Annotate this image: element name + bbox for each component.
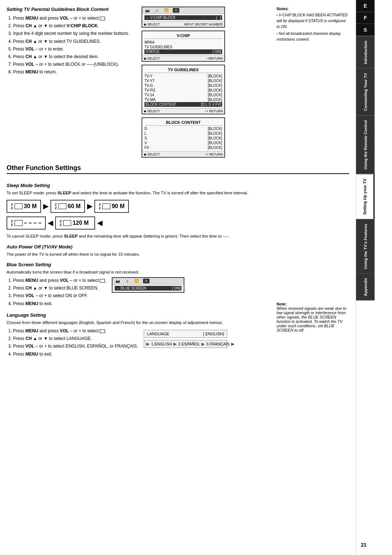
language-row: LANGUAGE [ ENGLISH] bbox=[147, 332, 224, 336]
sidebar-tab-appendix[interactable]: Appendix bbox=[356, 273, 375, 300]
language-screen: LANGUAGE [ ENGLISH] bbox=[144, 330, 227, 338]
sidebar-letter-s[interactable]: S bbox=[356, 24, 375, 36]
select-label-4: ◆ SELECT bbox=[144, 153, 160, 156]
note-2: • Not all broadcasted channels display r… bbox=[277, 31, 349, 42]
lang-step-2: Press CH ▲ or ▼ to select LANGUAGE. bbox=[13, 335, 138, 342]
sleep-120: ZZ 120 M bbox=[55, 216, 95, 230]
sidebar-letter-e[interactable]: E bbox=[356, 0, 375, 12]
screen-body-1: → V-CHIP BLOCK [ ] bbox=[142, 14, 224, 21]
tab-icon-2: ♫ bbox=[154, 8, 160, 13]
v-row: V[BLOCK] bbox=[144, 141, 222, 145]
step-2: Press CH ▲ or ▼ to select V-CHIP BLOCK. bbox=[13, 23, 134, 29]
right-sidebar: E F S Introduction Connecting Your TV Us… bbox=[356, 0, 375, 555]
page-container: Setting TV Parental Guidelines Block Con… bbox=[0, 0, 392, 555]
tv-icon-dash bbox=[15, 220, 23, 226]
screen-body-3: TV GUIDELINES TV-Y[BLOCK] TV-Y7[BLOCK] T… bbox=[142, 65, 224, 108]
blue-screen-text1: Automatically turns the screen blue if a… bbox=[7, 269, 269, 275]
language-title: Language Setting bbox=[7, 312, 269, 318]
bc-screen-title: BLOCK CONTENT bbox=[144, 119, 222, 126]
sleep-30-label: 30 M bbox=[24, 203, 37, 210]
language-text: Choose from three different languages (E… bbox=[7, 320, 269, 326]
vchip-label: → V-CHIP BLOCK bbox=[146, 16, 176, 20]
page-number: 21 bbox=[361, 542, 367, 548]
select-label-2: ◆ SELECT bbox=[144, 57, 160, 60]
lang-step-3: Press VOL – or + to select ENGLISH, ESPA… bbox=[13, 343, 138, 350]
language-content: Press MENU and press VOL – or + to selec… bbox=[7, 328, 269, 358]
blue-step-2: Press CH ▲ or ▼ to select BLUE SCREEN. bbox=[13, 285, 106, 292]
block-content-row: BLOCK CONTENT[D L S V FV] bbox=[144, 102, 222, 107]
lang-arrow-start: ▶ bbox=[146, 341, 150, 347]
return-label-3: –+ RETURN bbox=[205, 109, 223, 113]
language-mockup-container: LANGUAGE [ ENGLISH] ▶ 1.ENGLISH ▶ 2.ESPA… bbox=[144, 328, 227, 348]
sidebar-tab-connecting[interactable]: Connecting Your TV bbox=[356, 68, 375, 116]
lang-step-1: Press MENU and press VOL – or + to selec… bbox=[13, 328, 138, 335]
d-row: D[BLOCK] bbox=[144, 126, 222, 131]
other-two-col: Sleep Mode Setting To set SLEEP mode: pr… bbox=[7, 178, 349, 358]
lang-arrow-2: ▶ bbox=[173, 341, 177, 347]
blue-step-3: Press VOL – or + to select ON or OFF. bbox=[13, 292, 106, 299]
input-secret-label: INPUT SECRET NUMBER bbox=[184, 23, 223, 26]
other-section-title: Other Function Settings bbox=[7, 164, 349, 174]
notes-content: • V-CHIP BLOCK HAS BEEN ACTIVATED will b… bbox=[277, 12, 349, 42]
blue-screen-title: Blue Screen Setting bbox=[7, 262, 269, 267]
auto-power-text: The power of the TV is turned off when t… bbox=[7, 251, 269, 258]
status-row: STATUS[ ON] bbox=[144, 49, 222, 54]
sidebar-tab-remote[interactable]: Using the Remote Control bbox=[356, 116, 375, 174]
return-label-2: -+RETURN bbox=[206, 57, 223, 60]
zzz-60: ZZ bbox=[55, 203, 57, 210]
step-3: Input the 4 digit secret number by using… bbox=[13, 30, 134, 37]
sidebar-tab-features[interactable]: Using the TV's Features bbox=[356, 219, 375, 274]
sleep-icons: ZZ 30 M ▶ ZZ 60 M ▶ ZZ bbox=[7, 200, 269, 213]
screen-vchip-menu: V-CHIP MPAA TV GUIDELINES STATUS[ ON] ◆ … bbox=[142, 31, 225, 62]
lang-espanol: 2.ESPAÑOL bbox=[178, 342, 200, 346]
sleep-mode-text2: To cancel SLEEP mode: press SLEEP and th… bbox=[7, 233, 269, 239]
zzz-120: ZZ bbox=[60, 219, 62, 227]
tvma-row: TV-MA[BLOCK] bbox=[144, 97, 222, 102]
return-label-4: –+ RETURN bbox=[205, 153, 223, 156]
lang-step-4: Press MENU to exit. bbox=[13, 351, 138, 358]
tab-icon-3: 📶 bbox=[163, 8, 170, 13]
blue-step-1: Press MENU and press VOL – or + to selec… bbox=[13, 277, 106, 284]
main-content: Setting TV Parental Guidelines Block Con… bbox=[0, 0, 356, 555]
arrow-1: ▶ bbox=[43, 202, 48, 210]
vchip-block-row: → V-CHIP BLOCK [ ] bbox=[144, 15, 222, 20]
left-col: Sleep Mode Setting To set SLEEP mode: pr… bbox=[7, 178, 269, 358]
step-1: Press MENU and press VOL – or + to selec… bbox=[13, 15, 134, 22]
other-function-section: Other Function Settings Sleep Mode Setti… bbox=[7, 164, 349, 358]
tv-icon-30 bbox=[15, 203, 23, 209]
blue-tab-2: ♫ bbox=[124, 279, 130, 283]
tab-icon-1: 📷 bbox=[144, 8, 151, 13]
tv-icon-90 bbox=[102, 203, 110, 209]
blue-screen-steps: Press MENU and press VOL – or + to selec… bbox=[7, 277, 106, 308]
tv14-row: TV-14[BLOCK] bbox=[144, 93, 222, 97]
sleep-90-label: 90 M bbox=[112, 203, 125, 210]
auto-power-title: Auto Power Off (TV/AV Mode) bbox=[7, 244, 269, 250]
fv-row: FV[BLOCK] bbox=[144, 145, 222, 150]
screen-footer-3: ◆ SELECT –+ RETURN bbox=[142, 108, 224, 114]
sleep-90: ZZ 90 M bbox=[94, 200, 129, 213]
arrow-2: ▶ bbox=[87, 202, 92, 210]
tvpg-row: TV-PG[BLOCK] bbox=[144, 88, 222, 93]
screens-col: 📷 ♫ 📶 ⛭ → V-CHIP BLOCK [ ] ◆ SELECT IN bbox=[142, 7, 269, 158]
parental-title: Setting TV Parental Guidelines Block Con… bbox=[7, 7, 134, 12]
blue-note-text: When received signals are weak due to lo… bbox=[277, 306, 349, 332]
blue-tab-1: 📷 bbox=[114, 279, 121, 283]
step-7: Press VOL – or + to select BLOCK or ----… bbox=[13, 61, 134, 68]
sidebar-tab-introduction[interactable]: Introduction bbox=[356, 36, 375, 68]
vchip-value: [ ] bbox=[216, 16, 221, 20]
blue-step-4: Press MENU to exit. bbox=[13, 300, 106, 307]
zzz-90: ZZ bbox=[99, 203, 101, 210]
right-col: Note: When received signals are weak due… bbox=[277, 178, 349, 358]
sleep-mode-title: Sleep Mode Setting bbox=[7, 183, 269, 188]
parental-notes: Notes: • V-CHIP BLOCK HAS BEEN ACTIVATED… bbox=[277, 7, 349, 158]
parental-section: Setting TV Parental Guidelines Block Con… bbox=[7, 7, 349, 158]
sleep-120-label: 120 M bbox=[73, 220, 89, 226]
blue-screen-content: Press MENU and press VOL – or + to selec… bbox=[7, 277, 269, 308]
sidebar-letter-f[interactable]: F bbox=[356, 12, 375, 24]
sidebar-tab-setting-up[interactable]: Setting Up your TV bbox=[356, 174, 375, 219]
blue-screen-body: → BLUE SCREEN [ ON] bbox=[113, 284, 184, 292]
step-8: Press MENU to return. bbox=[13, 69, 134, 76]
blue-screen-header: 📷 ♫ 📶 ⛭ bbox=[113, 278, 184, 284]
note-1: • V-CHIP BLOCK HAS BEEN ACTIVATED will b… bbox=[277, 12, 349, 29]
sleep-dash: ZZ – – – – bbox=[7, 216, 46, 230]
